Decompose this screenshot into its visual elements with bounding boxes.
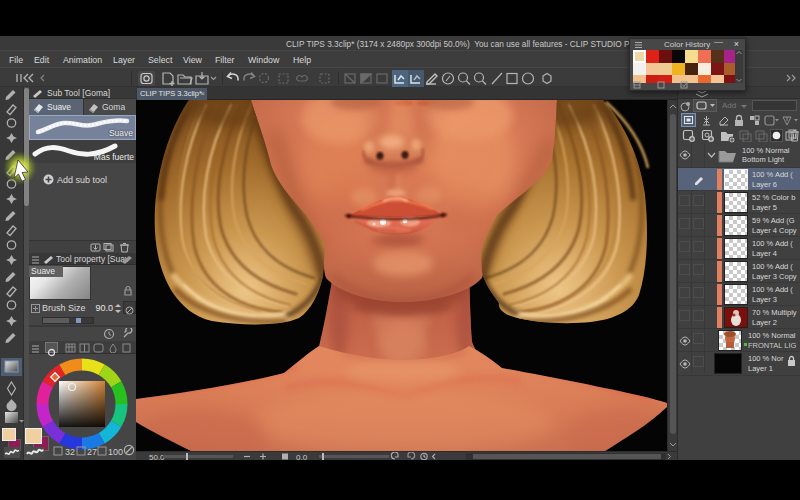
- svg-text:100: 100: [108, 447, 123, 457]
- svg-text:50.0: 50.0: [149, 453, 165, 461]
- svg-text:27: 27: [87, 447, 97, 457]
- svg-text:32: 32: [65, 447, 75, 457]
- svg-text:0.0: 0.0: [296, 453, 308, 461]
